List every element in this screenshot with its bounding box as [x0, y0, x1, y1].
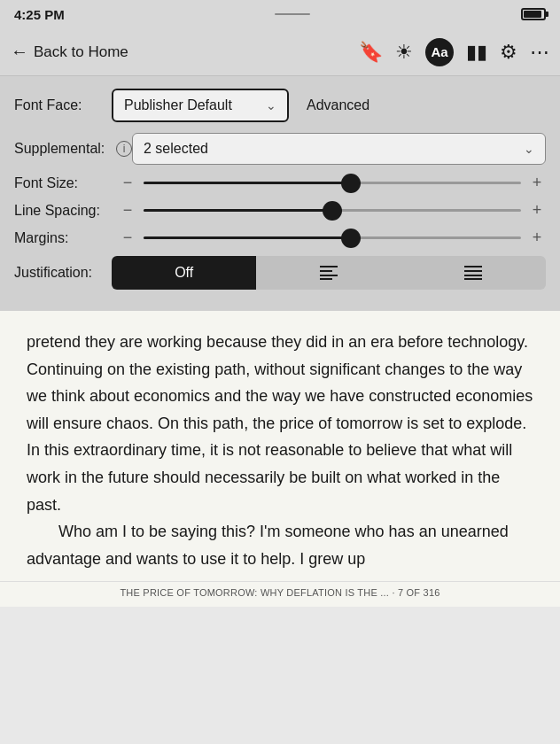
justify-off-button[interactable]: Off — [112, 256, 256, 290]
aa-label: Aa — [431, 44, 447, 59]
status-bar: 4:25 PM — [0, 0, 560, 28]
justify-full-button[interactable] — [401, 256, 546, 290]
margins-decrease-button[interactable]: − — [119, 229, 136, 247]
settings-icon[interactable]: ⚙ — [500, 41, 517, 64]
svg-rect-2 — [320, 275, 338, 276]
font-size-increase-button[interactable]: + — [528, 174, 546, 192]
bookmark-icon[interactable]: 🔖 — [359, 41, 383, 64]
svg-rect-7 — [464, 278, 482, 280]
font-settings-button[interactable]: Aa — [425, 38, 454, 66]
font-face-value: Publisher Default — [124, 97, 232, 113]
footer-text: THE PRICE OF TOMORROW: WHY DEFLATION IS … — [120, 587, 439, 598]
justification-buttons: Off — [112, 256, 546, 290]
font-face-label: Font Face: — [14, 97, 112, 113]
supplemental-row: Supplemental: i 2 selected ⌄ — [14, 133, 546, 165]
line-spacing-slider[interactable] — [144, 209, 521, 212]
justification-row: Justification: Off — [14, 256, 546, 290]
line-spacing-decrease-button[interactable]: − — [119, 201, 136, 220]
settings-panel: Font Face: Publisher Default ⌄ Advanced … — [0, 76, 560, 311]
line-spacing-row: Line Spacing: − + — [14, 201, 546, 220]
back-label: Back to Home — [34, 43, 128, 61]
nav-right-icons: 🔖 ☀ Aa ▮▮ ⚙ ⋯ — [359, 38, 549, 66]
status-time: 4:25 PM — [14, 7, 65, 22]
content-text: pretend they are working because they di… — [27, 329, 533, 572]
back-arrow-icon: ← — [11, 42, 28, 62]
supplemental-value: 2 selected — [144, 141, 208, 157]
svg-rect-3 — [320, 278, 332, 280]
svg-rect-5 — [464, 270, 482, 272]
font-size-decrease-button[interactable]: − — [119, 174, 136, 192]
justify-full-icon — [464, 266, 482, 280]
font-size-row: Font Size: − + — [14, 174, 546, 192]
battery-icon — [521, 8, 546, 20]
svg-rect-0 — [320, 266, 338, 267]
content-area: pretend they are working because they di… — [0, 311, 560, 581]
font-size-slider[interactable] — [144, 182, 521, 184]
chart-icon[interactable]: ▮▮ — [466, 41, 487, 64]
margins-label: Margins: — [14, 230, 112, 246]
justify-left-button[interactable] — [256, 256, 401, 290]
margins-slider[interactable] — [144, 236, 521, 239]
footer: THE PRICE OF TOMORROW: WHY DEFLATION IS … — [0, 581, 560, 607]
content-paragraph-2: Who am I to be saying this? I'm someone … — [27, 518, 533, 572]
font-face-row: Font Face: Publisher Default ⌄ Advanced — [14, 89, 546, 122]
info-icon[interactable]: i — [116, 141, 132, 157]
brightness-icon[interactable]: ☀ — [395, 41, 413, 64]
svg-rect-6 — [464, 275, 482, 276]
status-center-line — [275, 13, 310, 15]
supplemental-chevron-icon: ⌄ — [524, 142, 534, 156]
supplemental-label: Supplemental: — [14, 141, 112, 157]
line-spacing-label: Line Spacing: — [14, 203, 112, 219]
more-icon[interactable]: ⋯ — [530, 41, 549, 64]
margins-increase-button[interactable]: + — [528, 229, 546, 247]
margins-row: Margins: − + — [14, 229, 546, 247]
supplemental-label-group: Supplemental: i — [14, 141, 132, 157]
font-face-chevron-icon: ⌄ — [266, 98, 276, 112]
status-icons — [521, 8, 546, 20]
back-button[interactable]: ← Back to Home — [11, 42, 128, 62]
supplemental-dropdown[interactable]: 2 selected ⌄ — [132, 133, 546, 165]
svg-rect-4 — [464, 266, 482, 267]
content-paragraph-1: pretend they are working because they di… — [27, 329, 533, 518]
svg-rect-1 — [320, 270, 332, 272]
line-spacing-increase-button[interactable]: + — [528, 201, 546, 220]
font-size-label: Font Size: — [14, 175, 112, 191]
advanced-button[interactable]: Advanced — [307, 97, 369, 113]
font-face-dropdown[interactable]: Publisher Default ⌄ — [112, 89, 289, 122]
justification-label: Justification: — [14, 265, 112, 281]
justify-left-icon — [320, 266, 338, 280]
nav-bar: ← Back to Home 🔖 ☀ Aa ▮▮ ⚙ ⋯ — [0, 28, 560, 76]
